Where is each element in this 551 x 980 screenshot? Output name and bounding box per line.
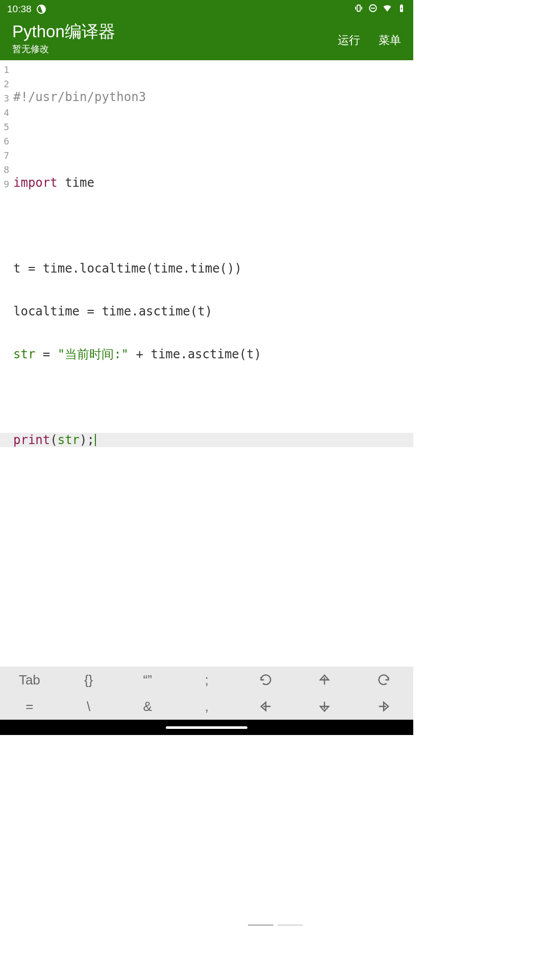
app-header: Python编译器 暂无修改 运行 菜单 xyxy=(0,18,413,60)
status-bar: 10:38 xyxy=(0,0,413,18)
code-editor[interactable]: 1 2 3 4 5 6 7 8 9 #!/usr/bin/python3 imp… xyxy=(0,60,413,667)
app-subtitle: 暂无修改 xyxy=(12,43,338,55)
menu-button[interactable]: 菜单 xyxy=(379,33,401,48)
key-semicolon[interactable]: ; xyxy=(177,667,236,693)
dnd-icon xyxy=(368,4,378,15)
svg-rect-6 xyxy=(401,4,403,5)
symbol-toolbar: Tab {} “” ; = \ & , xyxy=(0,667,413,720)
code-area[interactable]: #!/usr/bin/python3 import time t = time.… xyxy=(11,61,413,667)
wifi-icon xyxy=(383,4,392,15)
key-backslash[interactable]: \ xyxy=(59,693,118,720)
key-up[interactable] xyxy=(295,667,355,693)
key-undo[interactable] xyxy=(236,667,295,693)
key-ampersand[interactable]: & xyxy=(118,693,177,720)
key-tab[interactable]: Tab xyxy=(0,667,59,693)
status-time: 10:38 xyxy=(7,4,32,15)
key-braces[interactable]: {} xyxy=(59,667,118,693)
key-comma[interactable]: , xyxy=(177,693,236,720)
run-button[interactable]: 运行 xyxy=(338,33,360,48)
nav-home-pill[interactable] xyxy=(166,726,247,729)
system-navbar[interactable] xyxy=(0,720,413,735)
key-equals[interactable]: = xyxy=(0,693,59,720)
text-cursor xyxy=(95,434,96,446)
key-right[interactable] xyxy=(354,693,413,720)
svg-rect-0 xyxy=(357,5,360,11)
app-title: Python编译器 xyxy=(12,21,338,42)
key-redo[interactable] xyxy=(354,667,413,693)
line-gutter: 1 2 3 4 5 6 7 8 9 xyxy=(0,61,11,667)
battery-icon xyxy=(397,4,406,15)
status-app-icon xyxy=(35,3,47,15)
key-quotes[interactable]: “” xyxy=(118,667,177,693)
key-down[interactable] xyxy=(295,693,355,720)
key-left[interactable] xyxy=(236,693,295,720)
vibrate-icon xyxy=(354,4,363,15)
